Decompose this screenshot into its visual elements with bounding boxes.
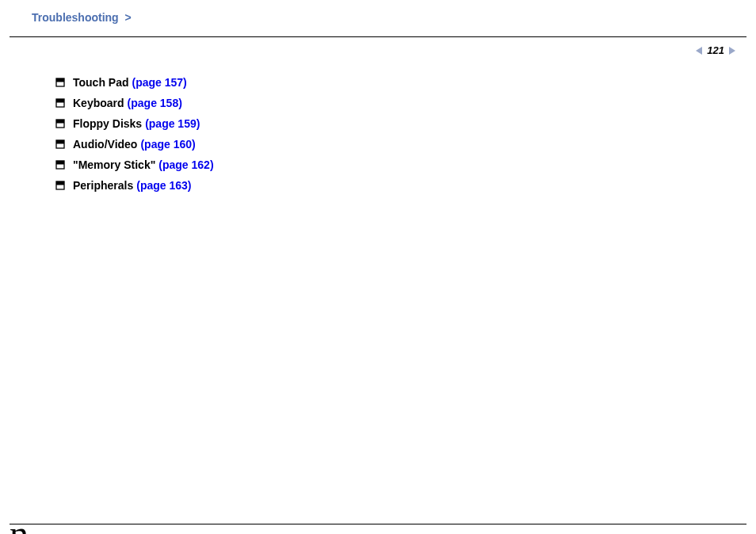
svg-rect-5 bbox=[56, 120, 64, 124]
next-page-arrow-icon[interactable] bbox=[729, 47, 735, 55]
item-label: Peripherals bbox=[73, 180, 133, 191]
page-reference-link[interactable]: (page 163) bbox=[136, 180, 191, 191]
page-header: Troubleshooting > bbox=[10, 0, 746, 37]
item-label: Keyboard bbox=[73, 97, 124, 109]
list-item: "Memory Stick" (page 162) bbox=[55, 159, 756, 170]
svg-rect-7 bbox=[56, 140, 64, 144]
list-item: Peripherals (page 163) bbox=[55, 180, 756, 191]
footer-rule bbox=[10, 524, 746, 524]
list-item: Audio/Video (page 160) bbox=[55, 139, 756, 150]
list-item: Touch Pad (page 157) bbox=[55, 77, 756, 88]
page-reference-link[interactable]: (page 158) bbox=[128, 97, 182, 109]
hollow-square-bullet-icon bbox=[55, 139, 65, 149]
item-label: "Memory Stick" bbox=[73, 159, 155, 170]
breadcrumb-section: Troubleshooting bbox=[32, 11, 119, 24]
hollow-square-bullet-icon bbox=[55, 119, 65, 128]
hollow-square-bullet-icon bbox=[55, 78, 65, 87]
svg-rect-11 bbox=[56, 181, 64, 185]
footer-letter: n bbox=[10, 515, 29, 534]
breadcrumb[interactable]: Troubleshooting > bbox=[32, 11, 132, 24]
content-list: Touch Pad (page 157) Keyboard (page 158)… bbox=[0, 37, 756, 191]
svg-rect-1 bbox=[56, 78, 64, 82]
breadcrumb-separator: > bbox=[125, 11, 132, 24]
svg-rect-3 bbox=[56, 99, 64, 103]
page: Troubleshooting > 121 Touch Pad (page 15… bbox=[0, 0, 756, 534]
page-number: 121 bbox=[707, 44, 724, 56]
item-label: Floppy Disks bbox=[73, 118, 142, 129]
page-reference-link[interactable]: (page 160) bbox=[140, 139, 195, 150]
item-label: Touch Pad bbox=[73, 77, 129, 88]
page-reference-link[interactable]: (page 157) bbox=[132, 77, 187, 88]
svg-rect-9 bbox=[56, 161, 64, 165]
list-item: Keyboard (page 158) bbox=[55, 97, 756, 109]
prev-page-arrow-icon[interactable] bbox=[696, 47, 702, 55]
hollow-square-bullet-icon bbox=[55, 160, 65, 170]
page-reference-link[interactable]: (page 159) bbox=[145, 118, 200, 129]
page-reference-link[interactable]: (page 162) bbox=[158, 159, 213, 170]
hollow-square-bullet-icon bbox=[55, 181, 65, 190]
item-label: Audio/Video bbox=[73, 139, 137, 150]
hollow-square-bullet-icon bbox=[55, 98, 65, 108]
list-item: Floppy Disks (page 159) bbox=[55, 118, 756, 129]
page-navigation: 121 bbox=[696, 44, 735, 56]
